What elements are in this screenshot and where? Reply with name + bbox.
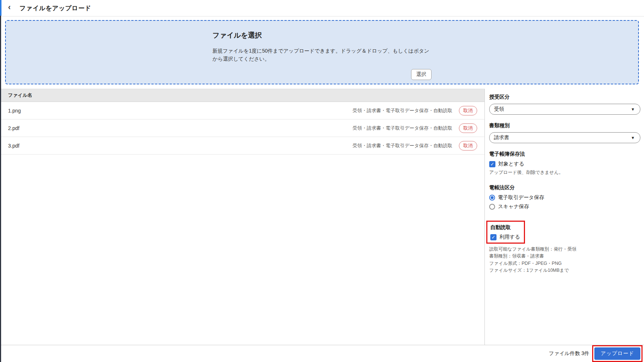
auto-read-note: ファイルサイズ：1ファイル10MBまで bbox=[489, 267, 640, 274]
file-count-text: ファイル件数 3件 bbox=[549, 350, 589, 357]
section-gap bbox=[489, 213, 640, 221]
left-edge-accent-bar bbox=[0, 0, 1, 16]
radio-option-scanner[interactable]: スキャナ保存 bbox=[489, 203, 640, 210]
file-tags: 受領・請求書・電子取引データ保存・自動読取 bbox=[352, 107, 452, 114]
doc-type-selected-value: 請求書 bbox=[494, 134, 631, 141]
upload-button[interactable]: アップロード bbox=[594, 347, 640, 360]
radio-option-label: スキャナ保存 bbox=[498, 203, 529, 210]
category-label: 授受区分 bbox=[489, 94, 640, 100]
radio-option-label: 電子取引データ保存 bbox=[498, 194, 544, 201]
category-selected-value: 受領 bbox=[494, 106, 631, 113]
file-name: 1.png bbox=[8, 108, 21, 114]
table-row: 3.pdf 受領・請求書・電子取引データ保存・自動読取 取消 bbox=[0, 137, 484, 155]
file-name: 2.pdf bbox=[8, 125, 19, 131]
auto-read-checkbox-row[interactable]: ✓ 利用する bbox=[490, 234, 520, 240]
auto-read-notes: 読取可能なファイル書類種別：発行・受領 書類種別：領収書・請求書 ファイル形式：… bbox=[489, 246, 640, 274]
chevron-down-icon: ▼ bbox=[631, 136, 635, 140]
cancel-button[interactable]: 取消 bbox=[459, 141, 477, 150]
file-dropzone[interactable]: ファイルを選択 新規ファイルを1度に50件までアップロードできます。ドラッグ＆ド… bbox=[5, 20, 639, 84]
auto-read-label: 自動読取 bbox=[490, 224, 520, 231]
highlight-box-upload: アップロード bbox=[592, 345, 643, 362]
doc-type-label: 書類種別 bbox=[489, 122, 640, 129]
settings-panel: 授受区分 受領 ▼ 書類種別 請求書 ▼ 電子帳簿保存法 ✓ 対象とする アップ… bbox=[485, 89, 644, 345]
table-row: 1.png 受領・請求書・電子取引データ保存・自動読取 取消 bbox=[0, 102, 484, 119]
dropzone-wrapper: ファイルを選択 新規ファイルを1度に50件までアップロードできます。ドラッグ＆ド… bbox=[0, 16, 644, 89]
auto-read-note: ファイル形式：PDF・JPEG・PNG bbox=[489, 260, 640, 267]
denshi-law-note: アップロード後、削除できません。 bbox=[489, 169, 640, 176]
back-chevron-icon[interactable]: ‹ bbox=[8, 3, 13, 13]
cancel-button[interactable]: 取消 bbox=[459, 106, 477, 115]
footer-bar: ファイル件数 3件 アップロード bbox=[0, 345, 644, 362]
upload-page: ‹ ファイルをアップロード ファイルを選択 新規ファイルを1度に50件までアップ… bbox=[0, 0, 644, 362]
dropzone-content: ファイルを選択 新規ファイルを1度に50件までアップロードできます。ドラッグ＆ド… bbox=[212, 21, 432, 84]
main-content: ファイル名 1.png 受領・請求書・電子取引データ保存・自動読取 取消 2.p… bbox=[0, 89, 644, 345]
page-title: ファイルをアップロード bbox=[19, 4, 91, 12]
law-category-label: 電帳法区分 bbox=[489, 184, 640, 191]
dropzone-description: 新規ファイルを1度に50件までアップロードできます。ドラッグ＆ドロップ、もしくは… bbox=[212, 47, 432, 63]
file-name: 3.pdf bbox=[8, 143, 19, 149]
dropzone-description-line1: 新規ファイルを1度に50件までアップロードできます。ドラッグ＆ドロップ、もしくは… bbox=[212, 47, 432, 55]
radio-selected-icon[interactable] bbox=[489, 195, 495, 201]
checkbox-checked-icon[interactable]: ✓ bbox=[489, 161, 495, 167]
left-edge-dark-bar bbox=[0, 16, 1, 362]
cancel-button[interactable]: 取消 bbox=[459, 123, 477, 133]
radio-option-electronic-data[interactable]: 電子取引データ保存 bbox=[489, 194, 640, 201]
category-select[interactable]: 受領 ▼ bbox=[489, 104, 640, 115]
file-table-header: ファイル名 bbox=[0, 89, 484, 102]
highlight-box-auto-read: 自動読取 ✓ 利用する bbox=[486, 221, 525, 244]
dropzone-button-row: 選択 bbox=[212, 69, 432, 80]
dropzone-description-line2: から選択してください。 bbox=[212, 55, 432, 63]
denshi-law-checkbox-label: 対象とする bbox=[498, 161, 524, 167]
page-header: ‹ ファイルをアップロード bbox=[0, 0, 644, 16]
auto-read-note: 読取可能なファイル書類種別：発行・受領 bbox=[489, 246, 640, 253]
file-select-button[interactable]: 選択 bbox=[411, 69, 432, 80]
checkbox-checked-icon[interactable]: ✓ bbox=[490, 234, 497, 240]
denshi-law-checkbox-row[interactable]: ✓ 対象とする bbox=[489, 161, 640, 167]
file-tags: 受領・請求書・電子取引データ保存・自動読取 bbox=[352, 142, 452, 149]
file-table: ファイル名 1.png 受領・請求書・電子取引データ保存・自動読取 取消 2.p… bbox=[0, 89, 485, 345]
table-row: 2.pdf 受領・請求書・電子取引データ保存・自動読取 取消 bbox=[0, 119, 484, 137]
file-tags: 受領・請求書・電子取引データ保存・自動読取 bbox=[352, 125, 452, 132]
denshi-law-label: 電子帳簿保存法 bbox=[489, 151, 640, 157]
auto-read-note: 書類種別：領収書・請求書 bbox=[489, 253, 640, 260]
dropzone-title: ファイルを選択 bbox=[212, 31, 432, 40]
radio-unselected-icon[interactable] bbox=[489, 204, 495, 210]
auto-read-checkbox-label: 利用する bbox=[499, 234, 520, 240]
chevron-down-icon: ▼ bbox=[631, 107, 635, 111]
doc-type-select[interactable]: 請求書 ▼ bbox=[489, 132, 640, 143]
